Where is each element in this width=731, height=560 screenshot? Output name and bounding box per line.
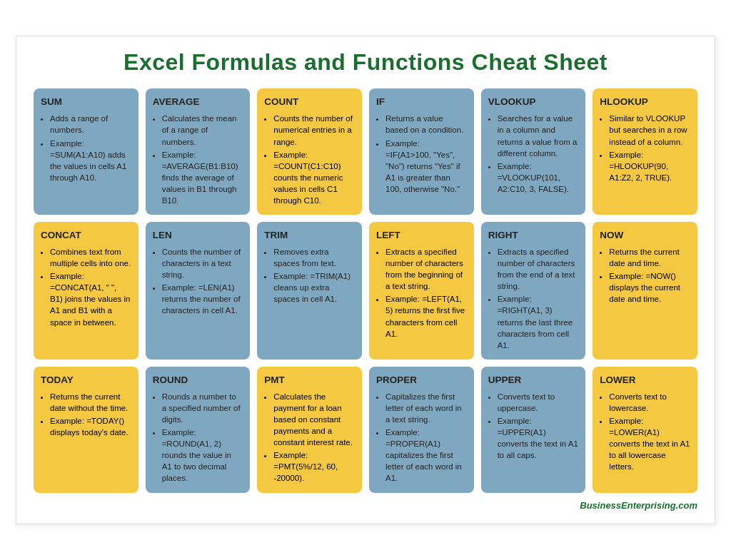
card-bullets-concat: Combines text from multiple cells into o… (41, 246, 131, 328)
list-item: Example: =TRIM(A1) cleans up extra space… (273, 270, 355, 305)
card-pmt: PMTCalculates the payment for a loan bas… (257, 367, 362, 493)
list-item: Counts the number of characters in a tex… (162, 246, 243, 280)
cards-grid: SUMAdds a range of numbers.Example: =SUM… (34, 88, 697, 492)
list-item: Returns the current date and time. (609, 246, 690, 269)
card-if: IFReturns a value based on a condition.E… (369, 88, 474, 215)
card-right: RIGHTExtracts a specified number of char… (481, 222, 586, 360)
footer: BusinessEnterprising.com (34, 500, 697, 511)
list-item: Example: =RIGHT(A1, 3) returns the last … (498, 293, 579, 350)
list-item: Example: =NOW() displays the current dat… (609, 270, 690, 305)
list-item: Returns a value based on a condition. (385, 113, 467, 136)
card-bullets-average: Calculates the mean of a range of number… (153, 113, 243, 206)
card-average: AVERAGECalculates the mean of a range of… (146, 88, 251, 215)
list-item: Combines text from multiple cells into o… (50, 246, 131, 269)
card-name-count: COUNT (264, 96, 355, 109)
list-item: Example: =AVERAGE(B1:B10) finds the aver… (162, 149, 243, 206)
card-name-concat: CONCAT (41, 229, 131, 243)
list-item: Capitalizes the first letter of each wor… (385, 391, 467, 425)
list-item: Removes extra spaces from text. (273, 246, 355, 269)
list-item: Example: =PMT(5%/12, 60, -20000). (273, 449, 355, 484)
card-name-pmt: PMT (264, 374, 355, 387)
card-round: ROUNDRounds a number to a specified numb… (146, 367, 251, 493)
card-bullets-count: Counts the number of numerical entries i… (264, 113, 355, 206)
card-name-if: IF (376, 96, 467, 109)
card-count: COUNTCounts the number of numerical entr… (257, 88, 362, 215)
list-item: Calculates the mean of a range of number… (162, 113, 243, 147)
card-name-vlookup: VLOOKUP (488, 96, 579, 109)
list-item: Example: =VLOOKUP(101, A2:C10, 3, FALSE)… (498, 161, 579, 195)
card-bullets-vlookup: Searches for a value in a column and ret… (488, 113, 579, 195)
list-item: Calculates the payment for a loan based … (273, 391, 355, 448)
list-item: Searches for a value in a column and ret… (498, 113, 579, 158)
list-item: Example: =IF(A1>100, "Yes", "No") return… (385, 138, 467, 195)
list-item: Converts text to lowercase. (609, 391, 690, 414)
page: Excel Formulas and Functions Cheat Sheet… (16, 36, 715, 524)
card-name-proper: PROPER (376, 374, 467, 387)
card-bullets-if: Returns a value based on a condition.Exa… (376, 113, 467, 195)
list-item: Example: =COUNT(C1:C10) counts the numer… (273, 149, 355, 206)
list-item: Extracts a specified number of character… (385, 246, 467, 292)
card-bullets-trim: Removes extra spaces from text.Example: … (264, 246, 355, 305)
card-bullets-right: Extracts a specified number of character… (488, 246, 579, 351)
card-lower: LOWERConverts text to lowercase.Example:… (593, 367, 697, 493)
card-name-len: LEN (153, 229, 243, 243)
card-name-round: ROUND (153, 374, 243, 387)
card-bullets-now: Returns the current date and time.Exampl… (600, 246, 690, 305)
list-item: Example: =LEN(A1) returns the number of … (162, 282, 243, 316)
card-hlookup: HLOOKUPSimilar to VLOOKUP but searches i… (593, 88, 697, 215)
card-bullets-len: Counts the number of characters in a tex… (153, 246, 243, 317)
list-item: Similar to VLOOKUP but searches in a row… (609, 113, 690, 147)
page-title: Excel Formulas and Functions Cheat Sheet (34, 49, 697, 76)
list-item: Example: =TODAY() displays today's date. (50, 415, 131, 438)
card-bullets-upper: Converts text to uppercase.Example: =UPP… (488, 391, 579, 462)
card-bullets-pmt: Calculates the payment for a loan based … (264, 391, 355, 484)
card-trim: TRIMRemoves extra spaces from text.Examp… (257, 222, 362, 360)
card-bullets-left: Extracts a specified number of character… (376, 246, 467, 340)
card-name-right: RIGHT (488, 229, 579, 243)
card-name-today: TODAY (41, 374, 131, 387)
card-bullets-today: Returns the current date without the tim… (41, 391, 131, 438)
card-name-lower: LOWER (600, 374, 690, 387)
list-item: Returns the current date without the tim… (50, 391, 131, 414)
list-item: Converts text to uppercase. (498, 391, 579, 414)
card-sum: SUMAdds a range of numbers.Example: =SUM… (34, 88, 138, 215)
list-item: Counts the number of numerical entries i… (273, 113, 355, 147)
card-proper: PROPERCapitalizes the first letter of ea… (369, 367, 474, 493)
card-bullets-sum: Adds a range of numbers.Example: =SUM(A1… (41, 113, 131, 183)
card-name-hlookup: HLOOKUP (600, 96, 690, 109)
card-concat: CONCATCombines text from multiple cells … (34, 222, 138, 360)
list-item: Example: =CONCAT(A1, " ", B1) joins the … (50, 270, 131, 327)
list-item: Example: =LOWER(A1) converts the text in… (609, 415, 690, 472)
card-name-left: LEFT (376, 229, 467, 243)
card-bullets-lower: Converts text to lowercase.Example: =LOW… (600, 391, 690, 473)
card-left: LEFTExtracts a specified number of chara… (369, 222, 474, 360)
card-name-average: AVERAGE (153, 96, 243, 109)
list-item: Example: =UPPER(A1) converts the text in… (498, 415, 579, 461)
card-bullets-proper: Capitalizes the first letter of each wor… (376, 391, 467, 484)
list-item: Example: =LEFT(A1, 5) returns the first … (385, 293, 467, 339)
card-upper: UPPERConverts text to uppercase.Example:… (481, 367, 586, 493)
list-item: Adds a range of numbers. (50, 113, 131, 136)
list-item: Example: =PROPER(A1) capitalizes the fir… (385, 427, 467, 484)
card-now: NOWReturns the current date and time.Exa… (593, 222, 697, 360)
card-bullets-round: Rounds a number to a specified number of… (153, 391, 243, 484)
list-item: Extracts a specified number of character… (498, 246, 579, 292)
list-item: Example: =ROUND(A1, 2) rounds the value … (162, 427, 243, 484)
card-name-sum: SUM (41, 96, 131, 109)
card-name-trim: TRIM (264, 229, 355, 243)
list-item: Example: =SUM(A1:A10) adds the values in… (50, 138, 131, 183)
card-vlookup: VLOOKUPSearches for a value in a column … (481, 88, 586, 215)
card-name-upper: UPPER (488, 374, 579, 387)
list-item: Example: =HLOOKUP(90, A1:Z2, 2, TRUE). (609, 149, 690, 183)
card-today: TODAYReturns the current date without th… (34, 367, 138, 493)
card-len: LENCounts the number of characters in a … (146, 222, 251, 360)
list-item: Rounds a number to a specified number of… (162, 391, 243, 425)
card-name-now: NOW (600, 229, 690, 243)
card-bullets-hlookup: Similar to VLOOKUP but searches in a row… (600, 113, 690, 183)
